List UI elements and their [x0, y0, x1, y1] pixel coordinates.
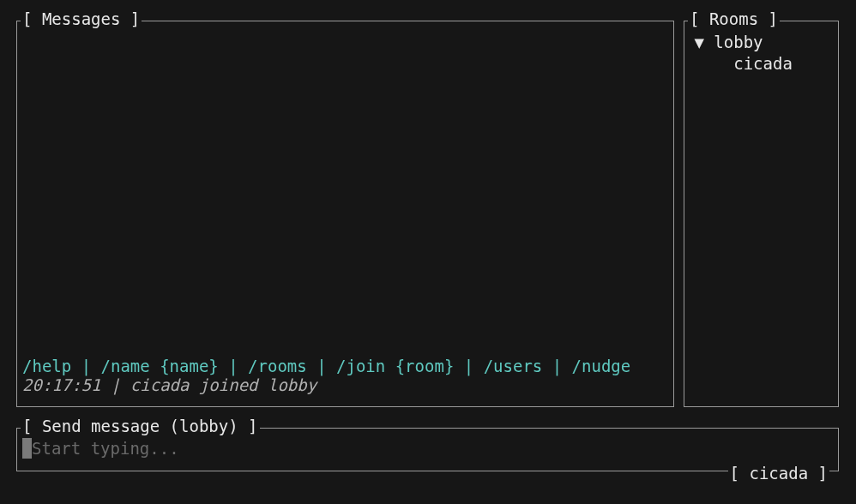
- rooms-panel-title: [ Rooms ]: [688, 9, 780, 28]
- system-event-line: 20:17:51 | cicada joined lobby: [22, 375, 668, 394]
- event-text: cicada joined lobby: [130, 375, 316, 394]
- username-tag: [ cicada ]: [728, 464, 829, 483]
- message-input[interactable]: Start typing...: [22, 438, 179, 459]
- help-commands-line: /help | /name {name} | /rooms | /join {r…: [22, 357, 668, 375]
- event-timestamp: 20:17:51: [22, 375, 101, 394]
- room-item-lobby[interactable]: ▼ lobby: [684, 32, 793, 53]
- message-input-title: [ Send message (lobby) ]: [21, 417, 260, 435]
- event-separator: |: [101, 375, 130, 394]
- message-input-placeholder: Start typing...: [32, 439, 179, 458]
- rooms-panel: [ Rooms ] ▼ lobby cicada: [684, 21, 839, 407]
- text-cursor: [22, 438, 32, 459]
- message-input-panel: [ Send message (lobby) ] Start typing...…: [16, 428, 839, 471]
- room-user-item[interactable]: cicada: [684, 53, 793, 75]
- messages-content: /help | /name {name} | /rooms | /join {r…: [22, 357, 668, 394]
- rooms-list: ▼ lobby cicada: [684, 32, 793, 75]
- room-name: lobby: [714, 33, 763, 51]
- messages-panel-title: [ Messages ]: [21, 9, 142, 28]
- room-user-name: cicada: [733, 54, 793, 73]
- messages-panel: [ Messages ] /help | /name {name} | /roo…: [16, 21, 674, 407]
- chevron-down-icon: ▼: [694, 32, 703, 53]
